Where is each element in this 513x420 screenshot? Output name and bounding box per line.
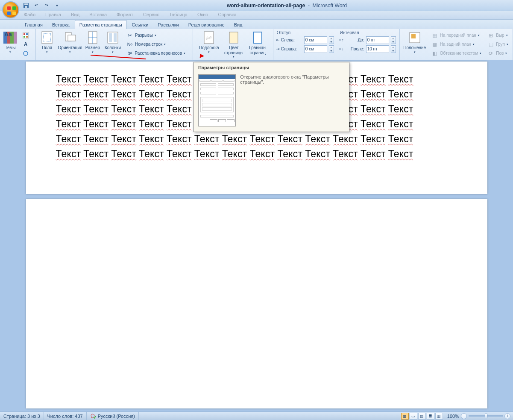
tooltip-description: Открытие диалогового окна "Параметры стр…: [240, 74, 345, 126]
view-print-layout[interactable]: ▦: [401, 413, 409, 420]
view-draft[interactable]: ▥: [435, 413, 443, 420]
indent-title: Отступ: [275, 30, 335, 35]
svg-rect-12: [68, 35, 76, 41]
window-title: word-album-orientation-all-page - Micros…: [61, 3, 513, 9]
svg-rect-7: [26, 36, 28, 38]
tab-insert[interactable]: Вставка: [48, 21, 74, 29]
indent-left-input[interactable]: 0 см: [304, 36, 327, 44]
svg-rect-22: [253, 32, 262, 43]
zoom-in-button[interactable]: +: [504, 413, 510, 419]
tooltip-title: Параметры страницы: [194, 62, 349, 73]
office-button[interactable]: [2, 1, 19, 18]
svg-rect-24: [411, 34, 416, 38]
status-page[interactable]: Страница: 3 из 3: [0, 412, 44, 420]
svg-point-8: [23, 51, 28, 56]
undo-button[interactable]: ↶: [32, 2, 40, 9]
svg-rect-21: [229, 32, 238, 43]
send-back-button[interactable]: ▩На задний план: [430, 40, 484, 49]
redo-button[interactable]: ↷: [43, 2, 50, 9]
orientation-button[interactable]: Ориентация: [57, 30, 83, 54]
svg-rect-4: [23, 33, 25, 35]
zoom-out-button[interactable]: −: [461, 413, 467, 419]
indent-right-input[interactable]: 0 см: [304, 45, 327, 53]
save-button[interactable]: [22, 2, 30, 9]
view-outline[interactable]: ≣: [427, 413, 434, 420]
margins-button[interactable]: Поля: [38, 30, 56, 54]
status-language[interactable]: Русский (Россия): [87, 412, 139, 420]
view-full-reading[interactable]: ▭: [410, 413, 417, 420]
page-borders-button[interactable]: Границы страниц: [246, 30, 269, 55]
line-numbers-button[interactable]: №Номера строк: [125, 40, 187, 49]
title-bar: ↶ ↷ ▾ word-album-orientation-all-page - …: [0, 0, 513, 11]
document-page[interactable]: [26, 199, 487, 408]
office-logo-icon: [7, 6, 16, 15]
tab-page-layout[interactable]: Разметка страницы: [75, 20, 127, 29]
theme-fonts-button[interactable]: A: [21, 40, 31, 49]
spinner[interactable]: ▲▼: [391, 45, 396, 53]
indent-right: ⇥Справа: 0 см ▲▼: [275, 44, 335, 53]
spacing-before-input[interactable]: 0 пт: [366, 36, 389, 44]
tab-home[interactable]: Главная: [21, 21, 47, 29]
align-button[interactable]: ⊞Выр: [486, 31, 510, 40]
spinner[interactable]: ▲▼: [329, 36, 334, 44]
zoom-slider[interactable]: [469, 415, 503, 417]
svg-rect-5: [26, 33, 28, 35]
tab-view[interactable]: Вид: [230, 21, 247, 29]
svg-rect-2: [25, 6, 27, 8]
theme-effects-button[interactable]: [21, 49, 31, 58]
spacing-after: ≡↓После: 10 пт ▲▼: [338, 44, 397, 53]
columns-button[interactable]: Колонки: [103, 30, 123, 54]
text-wrap-button[interactable]: ◧Обтекание текстом: [430, 49, 484, 58]
spacing-title: Интервал: [338, 30, 397, 35]
indent-left: ⇤Слева: 0 см ▲▼: [275, 35, 335, 44]
spinner[interactable]: ▲▼: [329, 45, 334, 53]
quick-access-toolbar: ↶ ↷ ▾: [22, 2, 61, 9]
tooltip-preview-icon: [198, 74, 236, 126]
themes-button[interactable]: Темы: [2, 30, 19, 54]
svg-rect-17: [109, 33, 112, 42]
zoom-level[interactable]: 100%: [447, 414, 459, 419]
tab-mailings[interactable]: Рассылки: [153, 21, 183, 29]
view-web-layout[interactable]: ▤: [418, 413, 426, 420]
tab-review[interactable]: Рецензирование: [184, 21, 229, 29]
spacing-after-input[interactable]: 10 пт: [366, 45, 389, 53]
qat-customize[interactable]: ▾: [53, 2, 61, 9]
watermark-button[interactable]: abcПодложка: [197, 30, 221, 54]
tooltip-page-setup: Параметры страницы Открытие диалогового …: [193, 62, 349, 132]
spacing-before: ≡↑До: 0 пт ▲▼: [338, 35, 397, 44]
svg-rect-6: [23, 36, 25, 38]
theme-colors-button[interactable]: [21, 31, 31, 40]
svg-point-25: [91, 414, 94, 417]
position-button[interactable]: Положение: [402, 30, 428, 54]
status-word-count[interactable]: Число слов: 437: [44, 412, 87, 420]
spinner[interactable]: ▲▼: [391, 36, 396, 44]
hyphenation-button[interactable]: bªРасстановка переносов: [125, 49, 187, 58]
ribbon-tabs: Главная Вставка Разметка страницы Ссылки…: [0, 20, 513, 29]
status-bar: Страница: 3 из 3 Число слов: 437 Русский…: [0, 411, 513, 420]
proofing-icon: [90, 413, 96, 419]
size-button[interactable]: Размер: [84, 30, 102, 54]
annotation-arrow: [91, 55, 146, 56]
page-color-button[interactable]: Цвет страницы: [222, 30, 246, 59]
bring-front-button[interactable]: ▦На передний план: [430, 31, 484, 40]
rotate-button[interactable]: ⟳Пов: [486, 49, 510, 58]
menubar: ФайлПравкаВидВставкаФорматСервисТаблицаО…: [0, 11, 513, 20]
tab-references[interactable]: Ссылки: [128, 21, 153, 29]
svg-rect-1: [24, 3, 28, 5]
svg-rect-18: [114, 33, 117, 42]
breaks-button[interactable]: ✂Разрывы: [125, 31, 187, 40]
group-button[interactable]: ⬚Груп: [486, 40, 510, 49]
